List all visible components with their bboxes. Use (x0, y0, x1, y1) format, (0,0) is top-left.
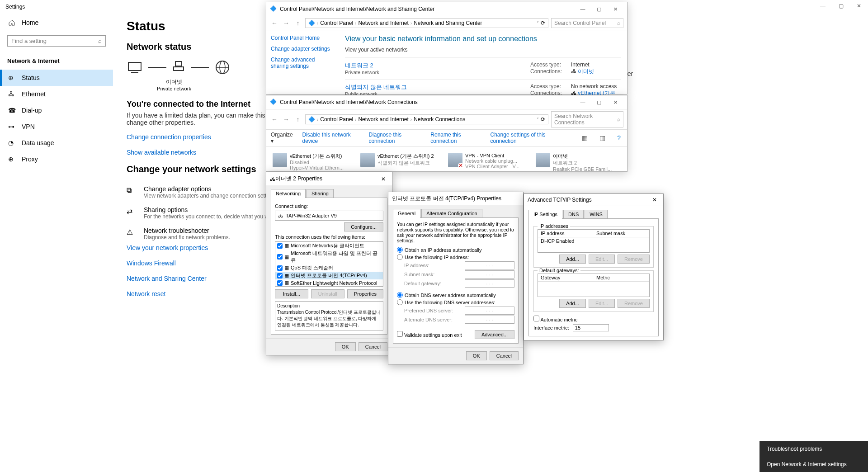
refresh-icon[interactable]: ⟳ (541, 116, 545, 123)
item-checkbox[interactable] (277, 243, 283, 249)
radio[interactable] (397, 292, 403, 298)
minimize-button[interactable]: — (575, 4, 591, 14)
radio-manual-ip[interactable]: Use the following IP address: (397, 254, 514, 260)
install-button[interactable]: Install... (275, 289, 308, 298)
search-box[interactable]: Search Network Connections⌕ (551, 111, 623, 127)
tab-networking[interactable]: Networking (271, 189, 306, 198)
breadcrumb[interactable]: 🔷› Control Panel› Network and Internet› … (305, 114, 548, 124)
validate-checkbox-label[interactable]: Validate settings upon exit (397, 331, 462, 338)
forward-button[interactable]: → (282, 116, 291, 123)
help-icon[interactable]: ? (615, 134, 623, 142)
close-button[interactable]: ✕ (607, 97, 623, 107)
nav-item-vpn[interactable]: ⊶VPN (0, 118, 113, 135)
ip-listbox[interactable]: IP addressSubnet mask DHCP Enabled (538, 229, 650, 253)
back-button[interactable]: ← (270, 116, 279, 123)
conn-link[interactable]: 이더넷 (578, 68, 594, 75)
connection-item[interactable]: VPN - VPN ClientNetwork cable unplug...V… (445, 150, 531, 175)
add-button[interactable]: Add... (559, 299, 586, 308)
titlebar[interactable]: 🔷 Control Panel\Network and Internet\Net… (266, 95, 627, 109)
dialog-title[interactable]: 인터넷 프로토콜 버전 4(TCP/IPv4) Properties (388, 192, 523, 205)
forward-button[interactable]: → (282, 19, 291, 27)
dialog-title[interactable]: Advanced TCP/IP Settings✕ (524, 194, 663, 206)
breadcrumb-item[interactable]: Network Connections (414, 116, 465, 123)
preview-icon[interactable]: ▥ (598, 134, 607, 142)
up-button[interactable]: ↑ (293, 19, 302, 27)
diagnose-button[interactable]: Diagnose this connection (368, 132, 422, 144)
auto-metric-label[interactable]: Automatic metric (533, 316, 654, 322)
nav-item-proxy[interactable]: ⊕Proxy (0, 151, 113, 167)
tab-general[interactable]: General (393, 209, 420, 218)
add-button[interactable]: Add... (559, 255, 586, 264)
minimize-button[interactable]: — (814, 0, 832, 12)
tab-wins[interactable]: WINS (585, 210, 608, 219)
item-checkbox[interactable] (277, 273, 283, 278)
menu-troubleshoot[interactable]: Troubleshoot problems (760, 441, 868, 457)
organize-button[interactable]: Organize ▾ (271, 132, 294, 144)
nav-item-status[interactable]: ⊕Status (0, 70, 113, 86)
list-item[interactable]: ▦Microsoft 네트워크용 파일 및 프린터 공유 (275, 250, 383, 264)
cancel-button[interactable]: Cancel (359, 342, 387, 351)
minimize-button[interactable]: — (575, 97, 591, 107)
maximize-button[interactable]: ▢ (591, 4, 607, 14)
maximize-button[interactable]: ▢ (591, 97, 607, 107)
tab-dns[interactable]: DNS (563, 210, 584, 219)
list-item[interactable]: ▦SoftEther Lightweight Network Protocol (275, 279, 383, 286)
validate-checkbox[interactable] (397, 331, 403, 337)
connection-item[interactable]: 이더넷네트워크 2Realtek PCIe GBE Famil... (533, 150, 619, 175)
close-button[interactable]: ✕ (378, 176, 388, 182)
list-item[interactable]: ▦QoS 패킷 스케줄러 (275, 264, 383, 272)
nav-item-dialup[interactable]: ☎Dial-up (0, 102, 113, 118)
ok-button[interactable]: OK (466, 351, 487, 360)
titlebar[interactable]: 🔷 Control Panel\Network and Internet\Net… (266, 2, 627, 16)
gateway-listbox[interactable]: GatewayMetric (538, 274, 650, 297)
item-checkbox[interactable] (277, 254, 283, 260)
list-item-selected[interactable]: ▦인터넷 프로토콜 버전 4(TCP/IPv4) (275, 272, 383, 279)
close-button[interactable]: ✕ (607, 4, 623, 14)
cp-adapter-link[interactable]: Change adapter settings (271, 46, 334, 52)
tab-alternate[interactable]: Alternate Configuration (421, 209, 482, 218)
menu-open-settings[interactable]: Open Network & Internet settings (760, 457, 868, 472)
disable-button[interactable]: Disable this network device (302, 132, 360, 144)
back-button[interactable]: ← (270, 19, 279, 27)
cp-home-link[interactable]: Control Panel Home (271, 35, 334, 41)
nav-item-ethernet[interactable]: 🖧Ethernet (0, 86, 113, 102)
connection-item[interactable]: vEthernet (기본 스위치) 2식별되지 않은 네트워크 (358, 150, 443, 175)
close-button[interactable]: ✕ (850, 0, 868, 12)
radio-auto-ip[interactable]: Obtain an IP address automatically (397, 247, 514, 253)
connection-item[interactable]: vEthernet (기본 스위치)DisabledHyper-V Virtua… (270, 150, 356, 175)
radio-auto-dns[interactable]: Obtain DNS server address automatically (397, 292, 514, 298)
breadcrumb-item[interactable]: Network and Sharing Center (414, 20, 482, 26)
auto-metric-checkbox[interactable] (533, 316, 539, 321)
nav-home[interactable]: Home (0, 14, 113, 32)
rename-button[interactable]: Rename this connection (430, 132, 482, 144)
breadcrumb[interactable]: 🔷› Control Panel› Network and Internet› … (305, 18, 548, 28)
search-input-container[interactable]: ⌕ (7, 35, 106, 47)
tab-sharing[interactable]: Sharing (307, 189, 334, 198)
item-checkbox[interactable] (277, 280, 283, 286)
properties-button[interactable]: Properties (347, 289, 383, 298)
radio[interactable] (397, 254, 403, 260)
metric-input[interactable] (573, 324, 609, 331)
close-button[interactable]: ✕ (650, 197, 660, 203)
item-checkbox[interactable] (277, 265, 283, 271)
list-item[interactable]: ▦Microsoft Networks용 클라이언트 (275, 242, 383, 250)
ok-button[interactable]: OK (335, 342, 356, 351)
dialog-title[interactable]: 🖧 이더넷 2 Properties✕ (266, 172, 392, 185)
search-box[interactable]: Search Control Panel⌕ (551, 18, 623, 28)
advanced-button[interactable]: Advanced... (475, 330, 514, 339)
breadcrumb-item[interactable]: Network and Internet (358, 116, 408, 123)
radio-manual-dns[interactable]: Use the following DNS server addresses: (397, 299, 514, 305)
maximize-button[interactable]: ▢ (832, 0, 850, 12)
change-settings-button[interactable]: Change settings of this connection (491, 132, 564, 144)
radio[interactable] (397, 247, 403, 253)
cancel-button[interactable]: Cancel (490, 351, 519, 360)
radio[interactable] (397, 299, 403, 305)
breadcrumb-item[interactable]: Control Panel (320, 116, 353, 123)
view-icon[interactable]: ▦ (580, 134, 590, 142)
list-item[interactable]: ▦Microsoft 네트워크 어댑터 멀티플렉서 프로토콜 (275, 286, 383, 287)
refresh-icon[interactable]: ⟳ (541, 20, 545, 26)
configure-button[interactable]: Configure... (344, 222, 383, 231)
tab-ipsettings[interactable]: IP Settings (528, 210, 562, 219)
search-input[interactable] (11, 38, 98, 44)
protocol-list[interactable]: ▦Microsoft Networks용 클라이언트 ▦Microsoft 네트… (275, 241, 383, 287)
